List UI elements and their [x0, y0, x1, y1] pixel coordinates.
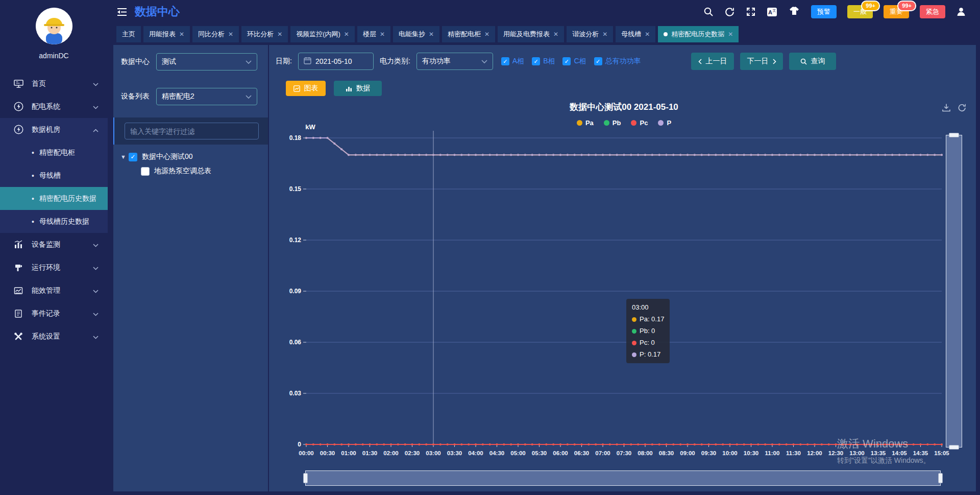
- svg-text:00:00: 00:00: [299, 450, 313, 456]
- checkbox-unchecked-icon[interactable]: [141, 167, 150, 176]
- translate-icon[interactable]: A文: [767, 7, 777, 17]
- prev-day-button[interactable]: 上一日: [691, 53, 734, 70]
- tab-home[interactable]: 主页: [116, 26, 141, 42]
- menu-collapse-icon[interactable]: [116, 7, 128, 17]
- tab-yoy-analysis[interactable]: 同比分析✕: [192, 26, 239, 42]
- button-label: 上一日: [706, 57, 727, 66]
- tab-label: 用能及电费报表: [503, 30, 550, 39]
- tab-label: 谐波分析: [572, 30, 599, 39]
- sidebar-item-busway-history[interactable]: 母线槽历史数据: [0, 210, 108, 233]
- close-icon[interactable]: ✕: [553, 31, 558, 38]
- theme-shirt-icon[interactable]: [788, 7, 800, 17]
- sidebar-item-environment[interactable]: 运行环境: [0, 256, 108, 279]
- sidebar-item-energy-mgmt[interactable]: 能效管理: [0, 279, 108, 302]
- tree-filter-input[interactable]: [125, 123, 259, 139]
- data-view-button[interactable]: 数据: [334, 81, 382, 96]
- device-select[interactable]: 精密配电2: [156, 88, 257, 105]
- sidebar-item-label: 运行环境: [32, 263, 93, 272]
- tab-precision-cabinet[interactable]: 精密配电柜✕: [442, 26, 495, 42]
- tab-harmonic[interactable]: 谐波分析✕: [567, 26, 613, 42]
- calendar-icon: [304, 57, 311, 66]
- tab-mom-analysis[interactable]: 环比分析✕: [241, 26, 288, 42]
- tab-floor[interactable]: 楼层✕: [357, 26, 390, 42]
- checkbox-total-power[interactable]: ✓总有功功率: [594, 57, 641, 66]
- sidebar-item-precision-history[interactable]: 精密配电历史数据: [0, 187, 108, 210]
- slider-handle-bottom[interactable]: [949, 445, 959, 450]
- slider-handle-right[interactable]: [938, 473, 943, 483]
- sidebar-item-data-room[interactable]: 数据机房: [0, 118, 108, 141]
- svg-text:05:00: 05:00: [510, 450, 525, 456]
- tab-meter-reading[interactable]: 电能集抄✕: [393, 26, 439, 42]
- query-button[interactable]: 查询: [789, 53, 836, 70]
- chevron-down-icon: [93, 287, 99, 295]
- user-avatar[interactable]: [36, 8, 72, 44]
- sidebar-item-settings[interactable]: 系统设置: [0, 325, 108, 348]
- close-icon[interactable]: ✕: [484, 31, 489, 38]
- device-tree: ▼ ✓ 数据中心测试00 地源热泵空调总表: [120, 150, 211, 178]
- vertical-datazoom-slider[interactable]: [946, 135, 962, 447]
- date-value-input[interactable]: [315, 57, 368, 65]
- close-icon[interactable]: ✕: [344, 31, 349, 38]
- monitor-icon: [13, 79, 23, 89]
- svg-text:03:00: 03:00: [426, 450, 440, 456]
- tab-fee-report[interactable]: 用能及电费报表✕: [498, 26, 564, 42]
- checkbox-phase-b[interactable]: ✓B相: [532, 57, 555, 66]
- chart-view-button[interactable]: 图表: [286, 81, 326, 96]
- selected-value: 有功功率: [422, 57, 481, 66]
- alert-badge-important[interactable]: 重要99+: [884, 5, 909, 18]
- tree-node-datacenter[interactable]: ▼ ✓ 数据中心测试00: [120, 150, 211, 164]
- power-line-chart[interactable]: 00.030.060.090.120.150.18kW00:0000:3001:…: [269, 123, 976, 470]
- fullscreen-icon[interactable]: [746, 7, 756, 17]
- close-icon[interactable]: ✕: [380, 31, 385, 38]
- checkbox-checked-icon: ✓: [501, 57, 509, 65]
- svg-text:08:00: 08:00: [638, 450, 652, 456]
- datacenter-select[interactable]: 测试: [156, 53, 257, 70]
- sidebar-item-home[interactable]: 首页: [0, 72, 108, 95]
- close-icon[interactable]: ✕: [602, 31, 607, 38]
- username: adminDC: [0, 52, 108, 60]
- sidebar-item-busway[interactable]: 母线槽: [0, 164, 108, 187]
- tab-video-monitor[interactable]: 视频监控(内网)✕: [290, 26, 355, 42]
- sidebar-item-event-log[interactable]: 事件记录: [0, 302, 108, 325]
- tree-expand-icon[interactable]: ▼: [120, 154, 129, 160]
- chevron-down-icon: [246, 92, 252, 101]
- svg-text:0: 0: [298, 441, 301, 448]
- sidebar-nav: 首页 配电系统 数据机房 精密配电柜 母线槽 精密配电历史数据 母线槽历史数据 …: [0, 72, 108, 348]
- refresh-icon[interactable]: [724, 7, 735, 17]
- date-picker[interactable]: [298, 53, 374, 70]
- chevron-down-icon: [93, 80, 99, 88]
- sidebar-item-device-monitor[interactable]: 设备监测: [0, 233, 108, 256]
- download-icon[interactable]: [942, 103, 951, 114]
- tab-bar: 主页 用能报表✕ 同比分析✕ 环比分析✕ 视频监控(内网)✕ 楼层✕ 电能集抄✕…: [108, 23, 980, 45]
- close-icon[interactable]: ✕: [228, 31, 233, 38]
- close-icon[interactable]: ✕: [179, 31, 184, 38]
- sidebar-item-precision-cabinet[interactable]: 精密配电柜: [0, 141, 108, 164]
- button-label: 图表: [304, 84, 318, 93]
- close-icon[interactable]: ✕: [645, 31, 650, 38]
- top-header: 数据中心 A文 预警 一般99+ 重要99+ 紧急: [108, 0, 980, 23]
- user-icon[interactable]: [956, 7, 966, 17]
- close-icon[interactable]: ✕: [277, 31, 282, 38]
- tree-node-hvac[interactable]: 地源热泵空调总表: [120, 164, 211, 178]
- close-icon[interactable]: ✕: [429, 31, 434, 38]
- alert-badge-general[interactable]: 一般99+: [847, 5, 873, 18]
- next-day-button[interactable]: 下一日: [740, 53, 783, 70]
- power-type-select[interactable]: 有功功率: [416, 53, 493, 70]
- close-icon[interactable]: ✕: [728, 31, 733, 38]
- slider-handle-top[interactable]: [949, 133, 959, 137]
- alert-badge-urgent[interactable]: 紧急: [920, 5, 945, 18]
- restore-icon[interactable]: [958, 103, 967, 114]
- search-icon[interactable]: [703, 7, 714, 17]
- checkbox-checked-icon[interactable]: ✓: [129, 153, 137, 161]
- checkbox-phase-c[interactable]: ✓C相: [562, 57, 586, 66]
- badge-label: 紧急: [926, 8, 939, 15]
- chevron-right-icon: [773, 59, 776, 64]
- checkbox-phase-a[interactable]: ✓A相: [501, 57, 524, 66]
- tab-precision-history[interactable]: 精密配电历史数据✕: [658, 26, 739, 42]
- sidebar-item-power-system[interactable]: 配电系统: [0, 95, 108, 118]
- horizontal-datazoom-slider[interactable]: [305, 470, 941, 486]
- tab-energy-report[interactable]: 用能报表✕: [143, 26, 190, 42]
- alert-badge-warning[interactable]: 预警: [811, 5, 837, 18]
- tab-busway[interactable]: 母线槽✕: [616, 26, 655, 42]
- slider-handle-left[interactable]: [303, 473, 308, 483]
